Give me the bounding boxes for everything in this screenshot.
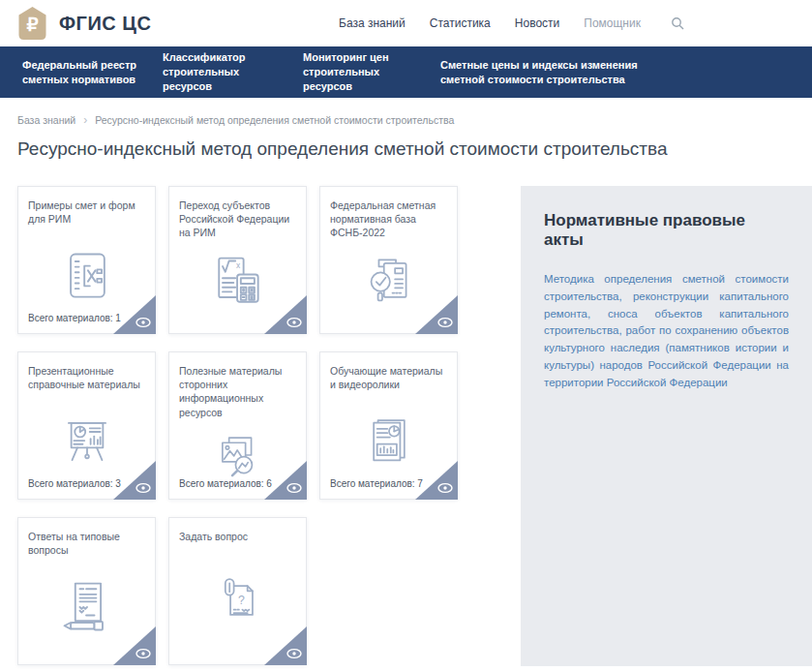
main-nav-price-indexes[interactable]: Сметные цены и индексы изменения сметной… [440,57,648,87]
sidebar-legal-acts: Нормативные правовые акты Методика опред… [521,186,812,666]
svg-text:?: ? [238,594,245,607]
main-nav-price-monitoring[interactable]: Мониторинг цен строительных ресурсов [303,49,424,94]
card-title: Федеральная сметная нормативная база ФСН… [330,198,447,240]
top-nav-assistant[interactable]: Помощник [584,16,641,30]
card-title: Задать вопрос [179,530,296,543]
card-count: Всего материалов: 6 [179,478,272,489]
views-corner [413,295,458,334]
breadcrumb-root[interactable]: База знаний [17,114,75,126]
svg-text:x: x [236,260,241,270]
card-count: Всего материалов: 3 [28,478,121,489]
top-nav-news[interactable]: Новости [515,16,559,30]
card-title: Обучающие материалы и видеоролики [330,364,447,391]
top-nav: База знаний Статистика Новости Помощник [339,0,684,46]
card-count: Всего материалов: 1 [28,313,121,323]
card-title: Переход субъектов Российской Федерации н… [179,198,296,240]
card-rim-transition[interactable]: Переход субъектов Российской Федерации н… [168,186,307,334]
card-ask-question[interactable]: Задать вопрос ? [168,517,307,665]
card-title: Полезные материалы сторонних информацион… [179,364,296,419]
main-nav: Федеральный реестр сметных нормативов Кл… [0,46,812,98]
card-estimate-examples[interactable]: Примеры смет и форм для РИМ Всего мат [17,186,156,334]
header: ₽ ФГИС ЦС База знаний Статистика Новости… [0,0,812,46]
cards-grid: Примеры смет и форм для РИМ Всего мат [17,186,477,665]
views-corner [262,626,307,665]
breadcrumb-current: Ресурсно-индексный метод определения сме… [95,114,454,126]
card-typical-questions[interactable]: Ответы на типовые вопросы [17,517,156,665]
card-count: Всего материалов: 7 [330,478,423,489]
sidebar-methodology-link[interactable]: Методика определения сметной стоимости с… [544,271,789,392]
main-nav-federal-registry[interactable]: Федеральный реестр сметных нормативов [22,57,143,87]
page-title: Ресурсно-индексный метод определения сме… [17,138,812,160]
top-nav-knowledge-base[interactable]: База знаний [339,16,406,30]
views-corner [111,626,156,665]
views-corner [413,461,458,500]
ruble-house-logo-icon: ₽ [15,6,49,42]
sidebar-title: Нормативные правовые акты [544,211,789,250]
content: База знаний › Ресурсно-индексный метод о… [0,114,812,666]
search-icon[interactable] [671,16,684,30]
views-corner [111,461,156,500]
card-external-resources[interactable]: Полезные материалы сторонних информацион… [168,351,307,500]
page: ₽ ФГИС ЦС База знаний Статистика Новости… [0,0,812,671]
chevron-right-icon: › [83,114,87,126]
views-corner [262,295,307,334]
brand-name: ФГИС ЦС [59,13,151,35]
top-nav-statistics[interactable]: Статистика [430,16,491,30]
main-nav-classifier[interactable]: Классификатор строительных ресурсов [163,49,284,94]
main-layout: Примеры смет и форм для РИМ Всего мат [17,186,812,666]
breadcrumb: База знаний › Ресурсно-индексный метод о… [17,114,812,126]
card-fsnb-2022[interactable]: Федеральная сметная нормативная база ФСН… [319,186,458,334]
card-presentation-materials[interactable]: Презентационные справочные материалы [17,351,156,500]
card-title: Ответы на типовые вопросы [28,530,145,557]
ruble-glyph: ₽ [26,15,38,35]
views-corner [262,461,307,500]
card-title: Примеры смет и форм для РИМ [28,198,145,226]
card-training-videos[interactable]: Обучающие материалы и видеоролики [319,351,458,500]
views-corner [111,295,156,334]
card-title: Презентационные справочные материалы [28,364,145,391]
logo[interactable]: ₽ ФГИС ЦС [15,6,151,42]
